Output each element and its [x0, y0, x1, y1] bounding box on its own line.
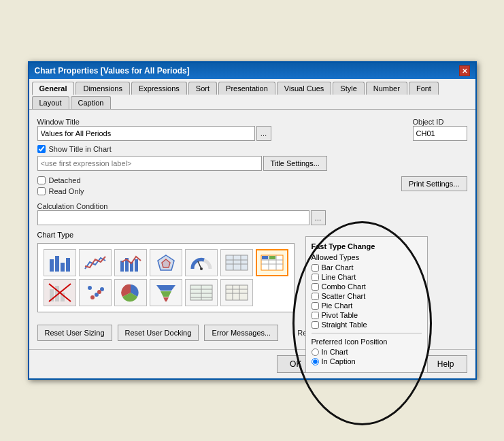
chart-icon-funnel[interactable]	[150, 279, 182, 306]
read-only-label: Read Only	[49, 187, 84, 195]
fast-type-pie-label: Pie Chart	[322, 301, 353, 310]
fast-type-pivot-checkbox[interactable]	[312, 312, 319, 319]
detached-label: Detached	[49, 176, 81, 184]
svg-point-33	[97, 290, 101, 294]
fast-type-line-checkbox[interactable]	[312, 274, 319, 281]
chart-icon-straight-table[interactable]	[185, 279, 218, 306]
svg-rect-7	[135, 259, 138, 272]
tab-sort[interactable]: Sort	[188, 82, 217, 95]
calc-condition-input[interactable]	[37, 210, 309, 225]
radio-in-chart-label: In Chart	[322, 348, 348, 356]
svg-point-29	[88, 286, 92, 290]
tab-font[interactable]: Font	[409, 82, 439, 95]
preferred-icon-label: Preferred Icon Position	[312, 338, 422, 346]
chart-icon-bar[interactable]	[44, 249, 76, 276]
close-button[interactable]: ✕	[459, 65, 470, 76]
svg-marker-37	[163, 297, 169, 301]
help-button[interactable]: Help	[424, 355, 467, 373]
fast-type-pivot-table: Pivot Table	[312, 311, 422, 319]
show-title-label: Show Title in Chart	[49, 145, 112, 153]
window-title-browse-button[interactable]: …	[256, 126, 271, 141]
object-id-label: Object ID	[413, 118, 467, 126]
radio-in-caption-input[interactable]	[312, 358, 319, 365]
expression-label-input[interactable]	[37, 156, 262, 171]
fast-type-line-chart: Line Chart	[312, 273, 422, 281]
svg-line-11	[198, 261, 201, 269]
fast-type-bar-label: Bar Chart	[322, 263, 354, 272]
window-title-label: Window Title	[37, 118, 402, 126]
fast-type-line-label: Line Chart	[322, 273, 356, 281]
general-tab-content: Window Title … Object ID Show Title in C…	[29, 110, 475, 349]
chart-icon-line[interactable]	[79, 249, 112, 276]
tab-general[interactable]: General	[32, 82, 75, 95]
svg-rect-12	[226, 255, 248, 270]
print-settings-button[interactable]: Print Settings...	[401, 176, 467, 191]
tab-style[interactable]: Style	[333, 82, 364, 95]
chart-icon-gauge[interactable]	[185, 249, 218, 276]
tab-bar: General Dimensions Expressions Sort Pres…	[29, 79, 475, 110]
radio-in-caption: In Caption	[312, 357, 422, 365]
tab-caption[interactable]: Caption	[71, 96, 112, 109]
object-id-input[interactable]	[413, 126, 467, 141]
read-only-checkbox[interactable]	[37, 187, 46, 195]
fast-type-straight-table: Straight Table	[312, 321, 422, 329]
chart-icon-pivot-table[interactable]	[220, 279, 253, 306]
tab-presentation[interactable]: Presentation	[218, 82, 275, 95]
tab-visual-cues[interactable]: Visual Cues	[277, 82, 332, 95]
chart-type-area	[37, 243, 295, 312]
error-messages-button[interactable]: Error Messages...	[204, 325, 278, 341]
radio-in-chart: In Chart	[312, 348, 422, 356]
fast-type-bar-chart: Bar Chart	[312, 263, 422, 272]
svg-rect-22	[262, 256, 268, 259]
radio-in-chart-input[interactable]	[312, 348, 319, 356]
svg-marker-35	[156, 285, 175, 291]
chart-icon-selected[interactable]	[256, 249, 288, 276]
fast-type-combo-label: Combo Chart	[322, 282, 366, 291]
dialog: Chart Properties [Values for All Periods…	[28, 61, 477, 380]
chart-icon-scatter[interactable]	[79, 279, 112, 306]
svg-point-32	[90, 295, 95, 299]
fast-type-pie-chart: Pie Chart	[312, 301, 422, 310]
calc-condition-browse-button[interactable]: …	[311, 210, 326, 225]
fast-type-panel: Fast Type Change Allowed Types Bar Chart…	[305, 236, 428, 373]
svg-rect-23	[269, 256, 275, 259]
svg-rect-2	[61, 263, 65, 272]
fast-type-straight-checkbox[interactable]	[312, 321, 319, 329]
tab-expressions[interactable]: Expressions	[131, 82, 187, 95]
title-bar: Chart Properties [Values for All Periods…	[29, 63, 475, 79]
fast-type-pie-checkbox[interactable]	[312, 302, 319, 310]
show-title-checkbox[interactable]	[37, 145, 46, 153]
detached-checkbox[interactable]	[37, 176, 46, 184]
fast-type-combo-checkbox[interactable]	[312, 283, 319, 291]
fast-type-title: Fast Type Change	[312, 242, 422, 250]
svg-rect-43	[226, 285, 248, 300]
fast-type-straight-label: Straight Table	[322, 321, 367, 329]
radio-in-caption-label: In Caption	[322, 357, 356, 365]
svg-marker-36	[161, 291, 171, 297]
reset-docking-button[interactable]: Reset User Docking	[118, 325, 199, 341]
chart-icon-x[interactable]	[44, 279, 76, 306]
dialog-title: Chart Properties [Values for All Periods…	[35, 66, 190, 76]
svg-rect-0	[50, 259, 54, 272]
chart-icon-combo[interactable]	[114, 249, 147, 276]
calc-condition-label: Calculation Condition	[37, 202, 467, 210]
fast-type-pivot-label: Pivot Table	[322, 311, 358, 319]
fast-type-bar-checkbox[interactable]	[312, 264, 319, 272]
svg-rect-3	[66, 258, 70, 272]
fast-type-combo-chart: Combo Chart	[312, 282, 422, 291]
title-settings-button[interactable]: Title Settings...	[263, 156, 327, 171]
fast-type-scatter-chart: Scatter Chart	[312, 292, 422, 300]
tab-number[interactable]: Number	[366, 82, 407, 95]
reset-sizing-button[interactable]: Reset User Sizing	[37, 325, 112, 341]
fast-type-scatter-checkbox[interactable]	[312, 293, 319, 300]
tab-layout[interactable]: Layout	[32, 96, 69, 109]
window-title-input[interactable]	[37, 126, 255, 141]
allowed-types-label: Allowed Types	[312, 253, 422, 261]
chart-icon-table[interactable]	[220, 249, 253, 276]
chart-icon-pie[interactable]	[114, 279, 147, 306]
chart-icon-radar[interactable]	[150, 249, 182, 276]
fast-type-scatter-label: Scatter Chart	[322, 292, 366, 300]
svg-rect-1	[55, 256, 59, 272]
tab-dimensions[interactable]: Dimensions	[75, 82, 129, 95]
